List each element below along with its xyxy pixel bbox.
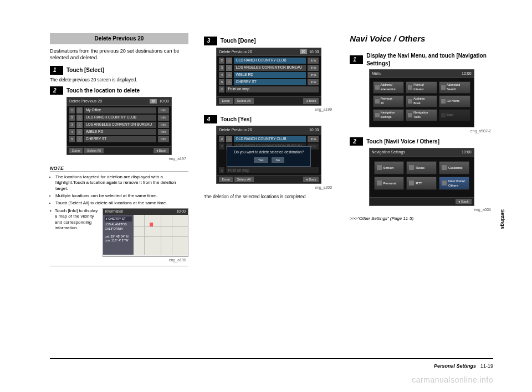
intro-text: Destinations from the previous 20 set de… — [50, 48, 188, 62]
list-item[interactable]: 4⌂WIBLE RDInfo — [69, 129, 169, 135]
confirm-dialog: Do you want to delete selected destinati… — [227, 146, 311, 167]
nav-setting-item[interactable]: Screen — [374, 161, 405, 174]
caption: eng_a502-2 — [350, 128, 491, 133]
screen-title: Delete Previous 20 — [69, 99, 102, 104]
footer-text: Personal Settings11-19 — [434, 363, 493, 369]
select-all-button[interactable]: Select All — [234, 98, 254, 104]
nav-setting-item[interactable]: RTT — [406, 177, 437, 190]
screen-title: Navigation Settings — [372, 149, 405, 154]
step-label-4: Touch [Yes] — [221, 116, 252, 123]
screen-time: 10:00 — [159, 99, 169, 104]
done-button[interactable]: Done — [69, 148, 83, 153]
footer-rule — [50, 358, 493, 359]
screen-title: Delete Previous 20 — [219, 49, 252, 54]
list-item[interactable]: 3⌂LOS ANGELES CONVENTION BUREAUInfo — [69, 122, 169, 128]
step-badge-2: 2 — [50, 86, 63, 95]
screen-title: Menu — [372, 71, 382, 76]
cross-reference: >>>“Other Settings” (Page 11-5) — [350, 216, 493, 222]
screen-time: 10:00 — [462, 71, 472, 76]
screen-count: 16 — [300, 49, 307, 54]
screen-count: 16 — [150, 99, 157, 104]
section-header-delete-prev: Delete Previous 20 — [50, 33, 188, 44]
dialog-text: Do you want to delete selected destinati… — [229, 150, 308, 155]
step-label-2b: Touch [Navii Voice / Others] — [366, 138, 439, 146]
note-header: NOTE — [50, 165, 188, 172]
step-label-3: Touch [Done] — [221, 37, 256, 45]
info-time: 10:00 — [177, 209, 186, 214]
menu-item[interactable]: Previous20 — [373, 95, 405, 107]
no-button[interactable]: No — [272, 157, 285, 163]
menu-item[interactable]: NavigationTools — [406, 109, 437, 121]
list-item[interactable]: 5⌂CHERRY STInfo — [69, 136, 169, 142]
nav-setting-item[interactable]: Guidance — [439, 161, 469, 174]
step1-subtext: The delete previous 20 screen is display… — [50, 77, 188, 83]
watermark: carmanualsonline.info — [412, 375, 493, 384]
screenshot-menu: Menu 10:00 Address/IntersectionPoint ofI… — [369, 69, 474, 127]
back-button[interactable]: ◂ Back — [303, 98, 319, 104]
back-button[interactable]: ◂ Back — [303, 177, 319, 182]
caption: eng_a198 — [50, 257, 186, 262]
screen-time: 10:00 — [309, 49, 319, 54]
screenshot-done: Delete Previous 20 16 10:00 2⌂OLD RANCH … — [216, 48, 321, 106]
caption: eng_a200 — [204, 185, 332, 190]
section-title-navi-voice: Navi Voice / Others — [350, 33, 493, 44]
step-label-1b: Display the Navi Menu, and touch [Naviga… — [366, 52, 493, 67]
screenshot-delete-list: Delete Previous 20 16 10:00 1⌂My OfficeI… — [66, 97, 172, 155]
info-title: Information — [105, 209, 124, 214]
step-badge-1b: 1 — [350, 55, 363, 64]
menu-item[interactable]: Go Home — [439, 95, 470, 107]
step-badge-2b: 2 — [350, 137, 363, 146]
caption: eng_a006 — [350, 207, 491, 212]
step-badge-3: 3 — [204, 37, 217, 45]
menu-item[interactable]: NavigationSettings — [373, 109, 405, 121]
back-button[interactable]: ◂ Back — [154, 148, 169, 153]
menu-item[interactable]: Point ofInterest — [406, 81, 437, 94]
map-flag-icon — [150, 223, 153, 227]
side-tab-settings: Settings — [500, 209, 505, 229]
result-text: The deletion of the selected locations i… — [204, 194, 334, 200]
list-item[interactable]: 3⌂LOS ANGELES CONVENTION BUREAUInfo — [219, 65, 319, 71]
done-button[interactable]: Done — [219, 177, 232, 182]
note-info-text: Touch [Info] to display a map of the vic… — [55, 208, 99, 231]
nav-setting-item[interactable]: Personal — [374, 177, 405, 190]
list-item[interactable]: 2⌂OLD RANCH COUNTRY CLUBInfo — [69, 115, 169, 121]
screenshot-confirm: Delete Previous 20 10:00 2⌂OLD RANCH COU… — [216, 126, 321, 184]
list-item[interactable]: 1⌂My OfficeInfo — [69, 107, 169, 114]
menu-item[interactable]: AddressBook — [406, 95, 437, 107]
screen-time: 10:00 — [462, 149, 472, 154]
screen-time: 10:00 — [309, 127, 319, 132]
menu-item[interactable]: Address/Intersection — [373, 81, 405, 94]
back-button[interactable]: ◂ Back — [456, 199, 471, 204]
screenshot-nav-settings: Navigation Settings 10:00 ScreenRouteGui… — [369, 148, 474, 206]
yes-button[interactable]: Yes — [254, 157, 268, 163]
list-item[interactable]: 4⌂WIBLE RDInfo — [219, 72, 319, 78]
note-item: The locations targeted for deletion are … — [55, 174, 188, 192]
done-button[interactable]: Done — [219, 98, 232, 104]
step-label-1: Touch [Select] — [66, 66, 104, 74]
note-item: Touch [Select All] to delete all locatio… — [55, 200, 188, 206]
list-item[interactable]: 5⌂CHERRY STInfo — [219, 79, 319, 85]
select-all-button[interactable]: Select All — [234, 177, 254, 182]
step-badge-4: 4 — [204, 115, 217, 124]
list-item[interactable]: 2⌂OLD RANCH COUNTRY CLUBInfo — [219, 58, 319, 64]
nav-setting-item[interactable]: Navi Voice/Others — [439, 177, 469, 190]
caption: eng_a197 — [50, 156, 186, 161]
screen-title: Delete Previous 20 — [219, 127, 252, 132]
step-badge-1: 1 — [50, 66, 63, 75]
menu-item[interactable]: Back — [439, 109, 470, 121]
step-label-2: Touch the location to delete — [66, 87, 140, 95]
note-item: Multiple locations can be selected at th… — [55, 193, 188, 199]
select-all-button[interactable]: Select All — [84, 148, 104, 153]
screenshot-info-map: Information 10:00 ▸ CHERRY ST LOS ALAMIT… — [103, 208, 188, 257]
menu-item[interactable]: AdvancedSearch — [439, 81, 470, 94]
caption: eng_a199 — [204, 107, 332, 112]
nav-setting-item[interactable]: Route — [406, 161, 437, 174]
